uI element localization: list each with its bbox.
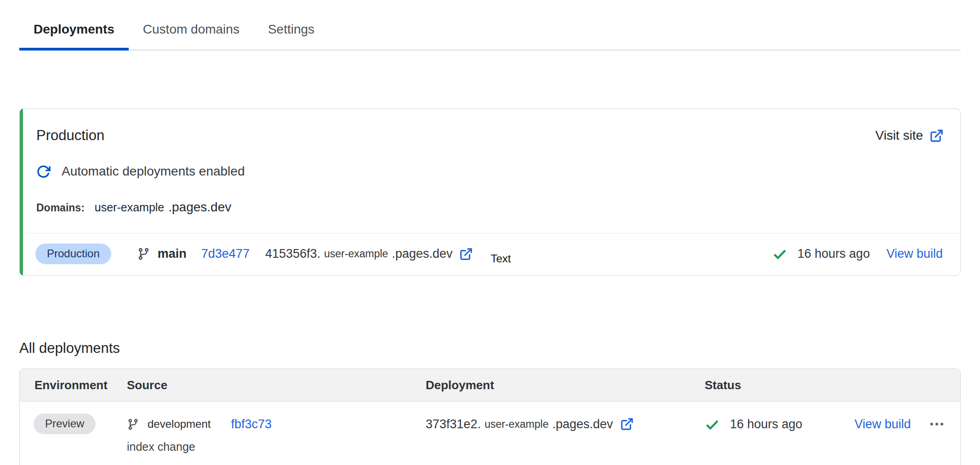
domain-suffix: .pages.dev [168,200,231,215]
production-deployment-row: Production main 7d3e477 415356f3. user-e… [20,233,960,275]
git-branch-icon [137,247,150,261]
deployment-url-suffix: .pages.dev [392,247,452,261]
git-source-group: main 7d3e477 [137,247,250,261]
external-link-icon [459,247,473,261]
deployment-url[interactable]: 373f31e2. user-example .pages.dev [426,414,705,435]
column-header-status: Status [705,378,838,392]
deploy-time: 16 hours ago [730,417,803,431]
external-link-icon [620,417,634,431]
commit-message: index change [127,440,426,465]
all-deployments-heading: All deployments [19,340,961,357]
production-title: Production [36,127,104,144]
deployment-url-suffix: .pages.dev [552,417,613,431]
check-icon [772,246,787,261]
row-deployment-cell: 373f31e2. user-example .pages.dev [426,414,705,435]
source-line: development fbf3c73 [127,414,426,435]
refresh-icon [36,164,51,179]
branch-name: development [148,418,211,431]
column-header-source: Source [127,378,426,392]
deployments-table: Environment Source Deployment Status Pre… [19,369,961,465]
row-source-cell: development fbf3c73 index change [127,414,426,465]
row-view-build-cell: View build [838,414,929,435]
automatic-deployments-row: Automatic deployments enabled [36,164,944,179]
view-build-link[interactable]: View build [855,417,911,431]
deploy-time: 16 hours ago [798,247,870,261]
more-options-icon[interactable] [929,416,945,432]
column-header-deployment: Deployment [426,378,705,392]
row-status-cell: 16 hours ago [705,414,838,435]
row-environment-cell: Preview [20,414,127,434]
domains-label: Domains: [36,202,85,214]
visit-site-link[interactable]: Visit site [875,128,944,143]
production-green-indicator [20,109,23,275]
tab-bar: Deployments Custom domains Settings [19,11,961,51]
domain-project-name: user-example [95,201,164,214]
deployment-url-prefix: 415356f3. [265,247,320,261]
domains-row: Domains: user-example .pages.dev [36,200,944,215]
deployment-url-prefix: 373f31e2. [426,417,481,431]
tab-deployments[interactable]: Deployments [19,11,129,50]
row-more-cell [929,414,960,435]
view-build-link[interactable]: View build [886,247,943,261]
tab-settings[interactable]: Settings [254,11,329,50]
branch-name: main [158,247,187,261]
commit-link[interactable]: 7d3e477 [201,247,250,261]
deployment-url[interactable]: 415356f3. user-example .pages.dev [265,247,473,261]
tab-custom-domains[interactable]: Custom domains [129,11,254,50]
table-row: Preview development fbf3c73 index change… [20,402,960,465]
commit-link[interactable]: fbf3c73 [231,417,272,431]
check-icon [705,417,720,432]
production-row-status: 16 hours ago View build [772,246,943,261]
production-card-header: Production Visit site [36,127,944,144]
visit-site-label: Visit site [875,128,923,143]
git-branch-icon [127,418,139,431]
preview-env-badge: Preview [34,414,96,434]
deployment-url-project: user-example [484,418,548,431]
external-link-icon [929,129,944,143]
commit-note: Text [490,252,511,265]
automatic-deployments-text: Automatic deployments enabled [62,164,245,179]
deployment-url-project: user-example [324,248,388,260]
deployments-page: Deployments Custom domains Settings Prod… [0,11,980,465]
production-env-badge: Production [35,244,111,264]
production-card: Production Visit site Automatic deployme… [19,108,961,276]
table-header-row: Environment Source Deployment Status [20,369,960,402]
column-header-environment: Environment [20,378,127,392]
